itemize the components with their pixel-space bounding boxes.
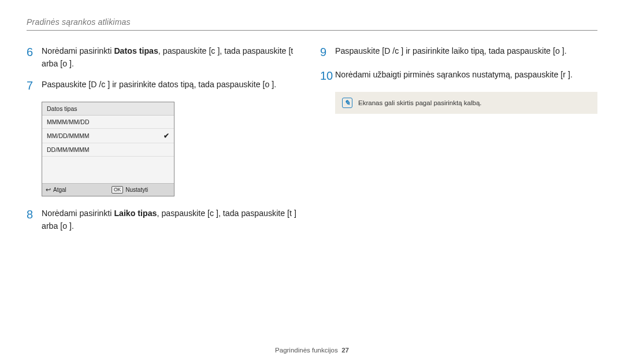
check-icon: ✔ [164, 132, 169, 140]
step-7: 7 Paspauskite [D /c ] ir pasirinkite dat… [27, 78, 304, 94]
bold-term: Laiko tipas [114, 209, 157, 218]
step-10: 10 Norėdami užbaigti pirminės sąrankos n… [320, 68, 597, 84]
screen-title: Datos tipas [42, 102, 174, 116]
back-button[interactable]: ↩ Atgal [42, 184, 108, 196]
step-number: 8 [27, 207, 42, 232]
step-number: 9 [320, 44, 335, 60]
step-text: Paspauskite [D /c ] ir pasirinkite datos… [42, 78, 276, 94]
step-9: 9 Paspauskite [D /c ] ir pasirinkite lai… [320, 44, 597, 60]
step-text: Paspauskite [D /c ] ir pasirinkite laiko… [335, 44, 567, 60]
step-number: 10 [320, 68, 335, 84]
step-6: 6 Norėdami pasirinkti Datos tipas, paspa… [27, 44, 304, 70]
note-text: Ekranas gali skirtis pagal pasirinktą ka… [358, 99, 482, 106]
list-item-label: DD/MM/MMMM [47, 146, 89, 153]
bold-term: Datos tipas [114, 46, 158, 55]
list-item-label: MM/DD/MMMM [47, 132, 89, 139]
step-8: 8 Norėdami pasirinkti Laiko tipas, paspa… [27, 207, 304, 232]
back-arrow-icon: ↩ [46, 186, 51, 194]
page-number: 27 [341, 347, 349, 354]
note-box: ✎ Ekranas gali skirtis pagal pasirinktą … [335, 92, 597, 114]
step-text: Norėdami užbaigti pirminės sąrankos nust… [335, 68, 573, 84]
step-text: Norėdami pasirinkti Datos tipas, paspaus… [42, 44, 304, 70]
page-footer: Pagrindinės funkcijos 27 [0, 347, 624, 354]
step-number: 7 [27, 78, 42, 94]
ok-label: Nustatyti [125, 187, 148, 193]
back-label: Atgal [53, 187, 66, 193]
empty-space [42, 157, 174, 183]
list-item[interactable]: MM/DD/MMMM ✔ [42, 129, 174, 143]
ok-button[interactable]: OK Nustatyti [108, 184, 174, 196]
text-fragment: Norėdami pasirinkti [42, 46, 114, 55]
text-fragment: Norėdami pasirinkti [42, 209, 114, 218]
step-text: Norėdami pasirinkti Laiko tipas, paspaus… [42, 207, 304, 232]
list-item[interactable]: MMMM/MM/DD [42, 116, 174, 129]
ok-keycap-icon: OK [112, 186, 123, 194]
step-number: 6 [27, 44, 42, 70]
right-column: 9 Paspauskite [D /c ] ir pasirinkite lai… [320, 44, 597, 240]
breadcrumb: Pradinės sąrankos atlikimas [27, 17, 597, 27]
divider [27, 30, 597, 31]
camera-screen: Datos tipas MMMM/MM/DD MM/DD/MMMM ✔ DD/M… [42, 102, 174, 196]
note-icon: ✎ [342, 98, 352, 108]
list-item[interactable]: DD/MM/MMMM [42, 143, 174, 157]
list-item-label: MMMM/MM/DD [47, 118, 89, 125]
footer-section: Pagrindinės funkcijos [275, 347, 338, 354]
left-column: 6 Norėdami pasirinkti Datos tipas, paspa… [27, 44, 304, 240]
